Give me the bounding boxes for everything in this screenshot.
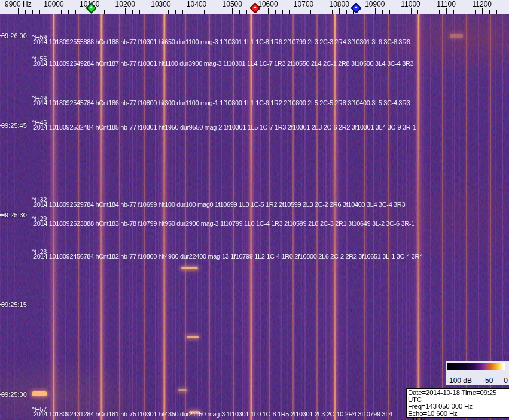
- noise-tint: [0, 14, 509, 420]
- freq-tick: [318, 10, 318, 14]
- freq-tick: [310, 10, 311, 14]
- freq-tick: [25, 10, 26, 14]
- freq-tick: [489, 10, 490, 14]
- detection-text: 2014 1018092456784 hCnt182 nb-77 f10800 …: [33, 253, 423, 260]
- freq-tick: [268, 8, 269, 14]
- freq-tick: [261, 10, 261, 14]
- freq-label: 10800: [330, 0, 349, 8]
- freq-tick: [482, 8, 483, 14]
- freq-label: 10000: [44, 0, 63, 8]
- freq-tick: [397, 10, 397, 14]
- time-label: 09:25:15: [1, 301, 27, 308]
- freq-tick: [190, 10, 190, 14]
- freq-tick: [339, 8, 340, 14]
- freq-tick: [75, 10, 76, 14]
- info-callsign: HPHK: [408, 417, 509, 420]
- freq-tick: [39, 10, 40, 14]
- freq-tick: [246, 10, 247, 14]
- db-label-mid: -50: [483, 376, 493, 385]
- freq-label: 10300: [151, 0, 170, 8]
- freq-tick: [147, 10, 147, 14]
- freq-tick: [425, 10, 425, 14]
- freq-tick: [225, 10, 225, 14]
- freq-tick: [83, 10, 83, 14]
- freq-tick: [97, 10, 97, 14]
- time-label: 09:25:45: [1, 122, 27, 129]
- info-date-time: Date=2014-10-18 Time=09:25 UTC: [408, 390, 509, 403]
- freq-label: 10900: [365, 0, 385, 8]
- freq-tick: [239, 10, 240, 14]
- freq-tick: [139, 10, 140, 14]
- freq-tick: [389, 10, 390, 14]
- freq-tick: [168, 10, 169, 14]
- colorbar-labels: -100 dB -50 0: [447, 376, 508, 385]
- freq-tick: [411, 8, 412, 14]
- freq-tick: [282, 10, 283, 14]
- freq-tick: [332, 10, 333, 14]
- freq-tick: [446, 8, 447, 14]
- freq-tick: [197, 8, 197, 14]
- freq-label: 9900 Hz: [5, 0, 32, 8]
- freq-label: 11100: [437, 0, 456, 8]
- freq-tick: [182, 10, 183, 14]
- freq-tick: [289, 10, 290, 14]
- freq-tick: [218, 10, 218, 14]
- freq-tick: [297, 10, 297, 14]
- freq-tick: [111, 10, 111, 14]
- freq-tick: [132, 10, 133, 14]
- freq-tick: [104, 10, 105, 14]
- freq-tick: [375, 8, 376, 14]
- freq-tick: [204, 10, 205, 14]
- freq-tick: [468, 10, 468, 14]
- freq-tick: [154, 10, 154, 14]
- freq-tick: [439, 10, 440, 14]
- freq-tick: [475, 10, 476, 14]
- freq-label: 10700: [294, 0, 313, 8]
- freq-label: 11000: [401, 0, 420, 8]
- frequency-ruler[interactable]: 9900 Hz100001010010200103001040010500106…: [0, 0, 509, 14]
- freq-tick: [118, 10, 118, 14]
- detection-text: 2014 1018092532484 hCnt185 nb-77 f10301 …: [33, 124, 416, 131]
- freq-label: 10500: [223, 0, 242, 8]
- info-frequency: Freq=143 050 000 Hz: [408, 403, 509, 410]
- freq-tick: [232, 8, 233, 14]
- time-label: 09:26:00: [1, 32, 27, 39]
- db-label-min: -100 dB: [447, 376, 472, 385]
- freq-tick: [54, 8, 54, 14]
- freq-tick: [18, 8, 19, 14]
- freq-tick: [404, 10, 404, 14]
- freq-tick: [496, 10, 497, 14]
- detection-text: 2014 1018092545784 hCnt186 nb-77 f10800 …: [33, 99, 410, 106]
- detection-text: 2014 1018092549284 hCnt187 nb-77 f10301 …: [33, 60, 413, 67]
- detection-text: 2014 1018092523888 hCnt183 nb-78 f10799 …: [33, 220, 414, 227]
- detection-text: 2014 1018092431284 hCnt181 nb-75 f10301 …: [33, 410, 392, 418]
- db-scale-legend[interactable]: -100 dB -50 0: [446, 361, 509, 385]
- freq-label: 11200: [473, 0, 492, 8]
- freq-tick: [32, 10, 33, 14]
- freq-tick: [368, 10, 368, 14]
- freq-tick: [325, 10, 325, 14]
- freq-tick: [61, 10, 62, 14]
- freq-tick: [361, 10, 361, 14]
- freq-tick: [161, 8, 161, 14]
- freq-tick: [417, 10, 418, 14]
- freq-tick: [461, 10, 461, 14]
- freq-tick: [504, 10, 504, 14]
- freq-tick: [211, 10, 211, 14]
- freq-tick: [125, 8, 126, 14]
- db-label-max: 0: [504, 376, 508, 385]
- freq-label: 10400: [187, 0, 206, 8]
- colorbar-ticks: [447, 371, 505, 376]
- freq-tick: [4, 10, 4, 14]
- spectrogram-app: 9900 Hz100001010010200103001040010500106…: [0, 0, 509, 420]
- freq-tick: [453, 10, 454, 14]
- freq-tick: [382, 10, 383, 14]
- freq-tick: [346, 10, 347, 14]
- freq-tick: [432, 10, 432, 14]
- detection-text: 2014 1018092555888 hCnt188 nb-77 f10301 …: [33, 38, 410, 45]
- detection-text: 2014 1018092529784 hCnt184 nb-77 f10699 …: [33, 201, 405, 208]
- freq-tick: [47, 10, 47, 14]
- colorbar[interactable]: [447, 363, 505, 370]
- freq-tick: [11, 10, 11, 14]
- freq-tick: [175, 10, 176, 14]
